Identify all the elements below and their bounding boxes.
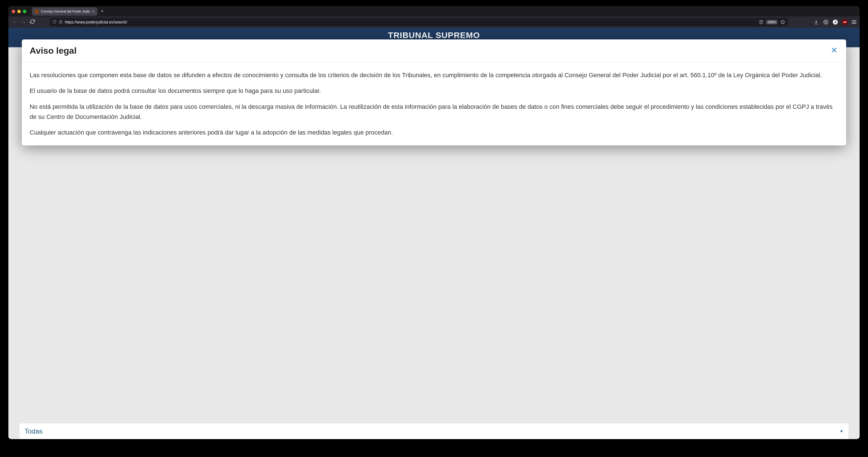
legal-notice-modal: Aviso legal Las resoluciones que compone… bbox=[22, 39, 434, 146]
modal-paragraph: Cualquier actuación que contravenga las … bbox=[30, 127, 434, 138]
modal-paragraph: El usuario de la base de datos podrá con… bbox=[30, 86, 434, 96]
modal-overlay: Aviso legal Las resoluciones que compone… bbox=[0, 0, 434, 228]
modal-paragraph: Las resoluciones que componen esta base … bbox=[30, 70, 434, 80]
modal-title: Aviso legal bbox=[30, 45, 76, 56]
modal-body: Las resoluciones que componen esta base … bbox=[22, 62, 434, 146]
modal-header: Aviso legal bbox=[22, 39, 434, 62]
modal-paragraph: No está permitida la utilización de la b… bbox=[30, 102, 434, 122]
